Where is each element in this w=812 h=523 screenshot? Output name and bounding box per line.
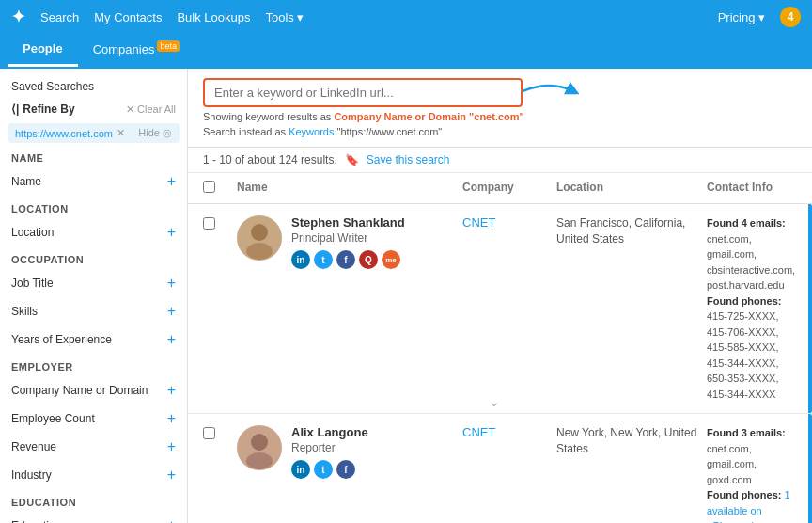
row-1-twitter-icon[interactable]: t bbox=[314, 250, 333, 269]
header-contact: Contact Info bbox=[707, 181, 797, 196]
hide-filter-label[interactable]: Hide ◎ bbox=[138, 127, 172, 139]
svg-point-2 bbox=[251, 434, 268, 451]
clear-all-button[interactable]: ✕ Clear All bbox=[126, 103, 176, 116]
filter-job-title[interactable]: Job Title + bbox=[0, 269, 187, 297]
filter-industry[interactable]: Industry + bbox=[0, 461, 187, 489]
nav-tools[interactable]: Tools ▾ bbox=[266, 10, 304, 24]
row-2-facebook-icon[interactable]: f bbox=[336, 460, 355, 479]
add-revenue-icon[interactable]: + bbox=[167, 438, 176, 455]
row-2-title: Reporter bbox=[291, 441, 368, 454]
row-1-social-icons: in t f Q me bbox=[291, 250, 405, 269]
search-instead-value: "https://www.cnet.com" bbox=[336, 126, 442, 137]
row-1-checkbox[interactable] bbox=[203, 217, 215, 230]
notification-badge[interactable]: 4 bbox=[780, 7, 801, 27]
row-1-person-info: Stephen Shankland Principal Writer in t … bbox=[237, 215, 462, 269]
svg-point-1 bbox=[246, 243, 273, 260]
row-2-accent bbox=[808, 414, 812, 523]
row-1-checkbox-cell bbox=[203, 215, 237, 230]
row-2-checkbox-cell bbox=[203, 425, 237, 439]
row-2-avatar bbox=[237, 425, 282, 470]
search-instead-info: Search instead as Keywords "https://www.… bbox=[203, 126, 797, 137]
nav-my-contacts[interactable]: My Contacts bbox=[94, 10, 162, 24]
row-1-company[interactable]: CNET bbox=[462, 215, 556, 230]
filter-years-experience[interactable]: Years of Experience + bbox=[0, 325, 187, 354]
add-company-domain-icon[interactable]: + bbox=[167, 382, 176, 399]
search-instead-link[interactable]: Keywords bbox=[289, 126, 334, 137]
section-employer: EMPLOYER bbox=[0, 354, 187, 376]
search-instead-prefix: Search instead as bbox=[203, 126, 286, 137]
search-bar-area: Showing keyword results as Company Name … bbox=[188, 69, 812, 148]
svg-point-0 bbox=[251, 224, 268, 241]
row-2-name[interactable]: Alix Langone bbox=[291, 425, 368, 439]
svg-point-3 bbox=[246, 452, 273, 469]
row-1-details: Stephen Shankland Principal Writer in t … bbox=[291, 215, 405, 269]
row-1-linkedin-icon[interactable]: in bbox=[291, 250, 310, 269]
section-name: NAME bbox=[0, 145, 187, 167]
filter-value: https://www.cnet.com bbox=[15, 128, 113, 139]
select-all-checkbox[interactable] bbox=[203, 181, 215, 193]
row-1-medium-icon[interactable]: me bbox=[382, 250, 400, 269]
row-1-name[interactable]: Stephen Shankland bbox=[291, 215, 405, 230]
header-name: Name bbox=[237, 181, 462, 196]
search-input-wrapper bbox=[203, 78, 523, 107]
table-row: Alix Langone Reporter in t f CNET New Yo… bbox=[188, 414, 812, 523]
row-2-linkedin-icon[interactable]: in bbox=[291, 460, 310, 479]
header-checkbox-col bbox=[203, 181, 237, 196]
row-2-company[interactable]: CNET bbox=[462, 425, 556, 439]
add-years-icon[interactable]: + bbox=[167, 331, 176, 348]
add-name-filter-icon[interactable]: + bbox=[167, 173, 176, 190]
arrow-indicator-icon bbox=[523, 80, 579, 108]
tab-people[interactable]: People bbox=[8, 34, 78, 67]
refine-icon: ⟨| bbox=[11, 103, 19, 116]
row-1-title: Principal Writer bbox=[291, 231, 405, 245]
row-1-avatar bbox=[237, 215, 282, 261]
row-2-details: Alix Langone Reporter in t f bbox=[291, 425, 368, 479]
save-search-link[interactable]: Save this search bbox=[367, 153, 450, 166]
keyword-info: Showing keyword results as Company Name … bbox=[203, 111, 797, 122]
header-company: Company bbox=[462, 181, 556, 196]
filter-revenue[interactable]: Revenue + bbox=[0, 433, 187, 461]
logo-icon: ✦ bbox=[11, 7, 25, 27]
filter-skills[interactable]: Skills + bbox=[0, 297, 187, 325]
row-2-twitter-icon[interactable]: t bbox=[314, 460, 333, 479]
results-table: Name Company Location Contact Info bbox=[188, 173, 812, 523]
add-location-filter-icon[interactable]: + bbox=[167, 224, 176, 241]
row-2-social-icons: in t f bbox=[291, 460, 368, 479]
main-content: Showing keyword results as Company Name … bbox=[188, 69, 812, 523]
saved-searches-link[interactable]: Saved Searches bbox=[0, 76, 187, 97]
row-1-facebook-icon[interactable]: f bbox=[336, 250, 355, 269]
add-industry-icon[interactable]: + bbox=[167, 467, 176, 483]
row-2-person-info: Alix Langone Reporter in t f bbox=[237, 425, 462, 479]
section-education: EDUCATION bbox=[0, 489, 187, 512]
active-filter-tag[interactable]: https://www.cnet.com ✕ Hide ◎ bbox=[8, 123, 180, 143]
row-1-accent bbox=[808, 204, 812, 413]
row-1-quora-icon[interactable]: Q bbox=[359, 250, 378, 269]
filter-location[interactable]: Location + bbox=[0, 218, 187, 246]
refine-label: ⟨| Refine By bbox=[11, 103, 75, 116]
table-row: Stephen Shankland Principal Writer in t … bbox=[188, 204, 812, 414]
filter-education[interactable]: Education + bbox=[0, 512, 187, 523]
add-job-title-icon[interactable]: + bbox=[167, 275, 176, 292]
nav-bulk-lookups[interactable]: Bulk Lookups bbox=[177, 10, 250, 24]
table-header: Name Company Location Contact Info bbox=[188, 173, 812, 204]
filter-company-domain[interactable]: Company Name or Domain + bbox=[0, 376, 187, 404]
filter-name[interactable]: Name + bbox=[0, 167, 187, 196]
save-icon: 🔖 bbox=[345, 153, 359, 166]
row-1-location: San Francisco, California, United States bbox=[556, 215, 707, 247]
filter-employee-count[interactable]: Employee Count + bbox=[0, 404, 187, 433]
remove-filter-icon[interactable]: ✕ bbox=[117, 127, 125, 139]
row-1-contact: Found 4 emails: cnet.com, gmail.com, cbs… bbox=[707, 215, 797, 402]
tab-companies[interactable]: Companiesbeta bbox=[78, 34, 195, 67]
pricing-button[interactable]: Pricing ▾ bbox=[718, 10, 765, 24]
add-education-icon[interactable]: + bbox=[167, 517, 176, 523]
add-employee-count-icon[interactable]: + bbox=[167, 410, 176, 427]
row-1-expand-button[interactable]: ⌄ bbox=[489, 394, 500, 409]
nav-search[interactable]: Search bbox=[40, 10, 79, 24]
search-input[interactable] bbox=[203, 78, 523, 107]
showing-prefix: Showing keyword results as bbox=[203, 111, 331, 122]
section-occupation: OCCUPATION bbox=[0, 246, 187, 269]
results-count: 1 - 10 of about 124 results. bbox=[203, 153, 337, 166]
header-location: Location bbox=[556, 181, 707, 196]
add-skills-icon[interactable]: + bbox=[167, 303, 176, 320]
row-2-checkbox[interactable] bbox=[203, 427, 215, 439]
